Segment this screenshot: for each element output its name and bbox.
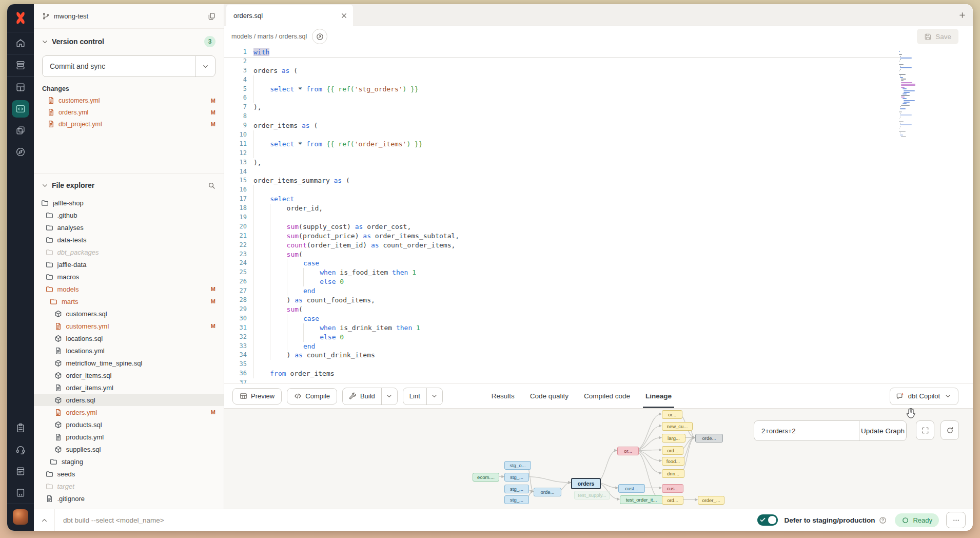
code-line[interactable]: 2 [224,57,973,66]
code-line[interactable]: 11 select * from {{ ref('order_items') }… [224,140,973,149]
nav-warehouse-icon[interactable] [7,54,34,76]
lineage-panel[interactable]: ecom....stg_o...stg_...stg_...stg_...ord… [224,408,973,509]
code-line[interactable]: 23 sum( [224,250,973,259]
tree-item[interactable]: customers.sql [34,308,224,320]
tab-lineage[interactable]: Lineage [638,384,679,408]
lineage-node[interactable]: stg_... [504,495,529,504]
tree-item[interactable]: data-tests [34,234,224,246]
code-line[interactable]: 9order_items as ( [224,121,973,130]
copy-pages-icon[interactable] [208,12,215,20]
nav-clipboard-icon[interactable] [7,417,34,439]
lineage-node[interactable]: cust... [618,484,645,493]
lineage-node[interactable]: order_... [698,496,724,505]
lint-options-chevron[interactable] [426,388,442,405]
lineage-node[interactable]: stg_o... [504,461,531,470]
tree-item[interactable]: target [34,480,224,492]
nav-home-icon[interactable] [7,32,34,54]
nav-docs-icon[interactable] [7,460,34,482]
code-line[interactable]: 35 [224,360,973,369]
code-line[interactable]: 31 when is_drink_item then 1 [224,323,973,333]
lineage-node[interactable]: orde... [695,434,723,443]
code-line[interactable]: 6 [224,93,973,103]
tab-code-quality[interactable]: Code quality [522,384,576,408]
tree-item[interactable]: customers.ymlM [34,320,224,332]
tree-item[interactable]: staging [34,455,224,468]
tree-item[interactable]: locations.yml [34,344,224,357]
tree-item[interactable]: seeds [34,468,224,480]
lineage-node[interactable]: test_order_it... [620,495,663,504]
tab-orders-sql[interactable]: orders.sql [226,5,353,26]
lineage-node[interactable]: ecom.... [473,473,499,482]
code-line[interactable]: 24 case [224,259,973,268]
tree-item[interactable]: products.sql [34,418,224,431]
code-line[interactable]: 33 end [224,342,973,351]
version-control-title[interactable]: Version control [52,37,204,46]
tree-item[interactable]: orders.ymlM [34,406,224,418]
tab-results[interactable]: Results [484,384,522,408]
dbt-copilot-button[interactable]: dbt Copilot [890,388,958,405]
code-line[interactable]: 20 sum(supply_cost) as order_cost, [224,222,973,232]
tree-item[interactable]: orders.sql [34,394,224,406]
refresh-graph-button[interactable] [940,420,959,440]
lineage-node[interactable]: or... [617,447,639,455]
commit-and-sync-button[interactable]: Commit and sync [42,55,215,77]
build-button[interactable]: Build [342,388,398,405]
lineage-node[interactable]: cus... [662,484,683,493]
lineage-node[interactable]: stg_... [504,485,529,493]
code-line[interactable]: 16 [224,185,973,195]
tree-item[interactable]: metricflow_time_spine.sql [34,357,224,369]
code-line[interactable]: 26 else 0 [224,277,973,286]
command-input[interactable]: dbt build --select <model_name> [63,516,757,524]
code-line[interactable]: 12 [224,149,973,158]
code-line[interactable]: 30 case [224,314,973,323]
tree-item[interactable]: jaffle-shop [34,197,224,209]
nav-develop-icon[interactable] [7,98,34,120]
tab-compiled-code[interactable]: Compiled code [576,384,638,408]
code-line[interactable]: 7), [224,103,973,112]
file-explorer-title[interactable]: File explorer [52,181,208,189]
help-icon[interactable] [879,516,887,524]
editor-minimap[interactable] [899,51,931,149]
tree-item[interactable]: order_items.yml [34,381,224,394]
lineage-node[interactable]: orders [571,478,601,489]
nav-explore-icon[interactable] [7,141,34,163]
nav-support-icon[interactable] [7,439,34,460]
code-line[interactable]: 17 select [224,195,973,204]
code-line[interactable]: 22 count(order_item_id) as count_order_i… [224,241,973,250]
defer-toggle[interactable] [757,514,778,526]
code-line[interactable]: 25 when is_food_item then 1 [224,268,973,277]
chevron-down-icon[interactable] [41,38,49,46]
update-graph-button[interactable]: Update Graph [859,421,906,440]
tree-item[interactable]: products.yml [34,431,224,443]
dbt-logo-icon[interactable] [7,4,34,32]
change-item[interactable]: dbt_project.ymlM [34,118,224,130]
lint-button[interactable]: Lint [403,388,443,405]
lineage-node[interactable]: or... [662,410,682,419]
tree-item[interactable]: macros [34,271,224,283]
tree-item[interactable]: jaffle-data [34,258,224,271]
tree-item[interactable]: dbt_packages [34,246,224,258]
tree-item[interactable]: order_items.sql [34,369,224,381]
search-icon[interactable] [208,182,215,189]
tree-item[interactable]: .github [34,209,224,221]
tree-item[interactable]: .gitignore [34,492,224,505]
lineage-node[interactable]: drin... [662,469,684,478]
lineage-node[interactable]: ord... [662,496,683,505]
nav-apps-icon[interactable] [7,482,34,504]
code-line[interactable]: 28 ) as count_food_items, [224,296,973,305]
code-line[interactable]: 29 sum( [224,305,973,314]
code-line[interactable]: 19 [224,213,973,222]
tree-item[interactable]: modelsM [34,283,224,295]
code-line[interactable]: 18 order_id, [224,204,973,213]
more-options-button[interactable] [946,512,966,528]
open-docs-icon[interactable] [312,29,327,44]
code-line[interactable]: 1with [224,48,973,57]
tree-item[interactable]: locations.sql [34,332,224,344]
change-item[interactable]: customers.ymlM [34,94,224,106]
nav-grid-icon[interactable] [7,76,34,98]
preview-button[interactable]: Preview [232,388,282,405]
lineage-node[interactable]: larg... [662,434,685,443]
code-line[interactable]: 5 select * from {{ ref('stg_orders') }} [224,85,973,94]
chevron-down-icon[interactable] [41,182,49,189]
code-line[interactable]: 4 [224,75,973,85]
